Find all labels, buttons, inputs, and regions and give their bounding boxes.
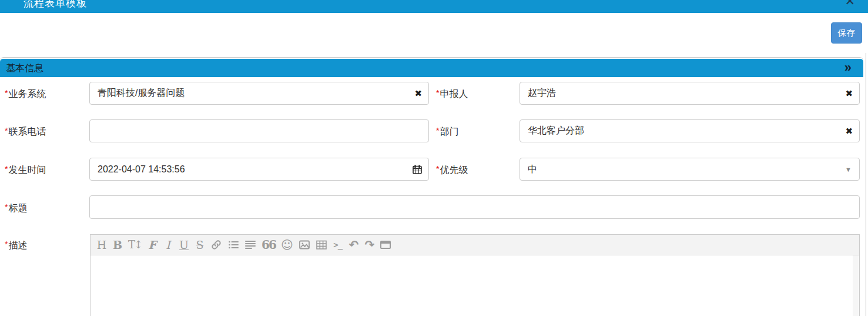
occur-time-input[interactable] <box>90 158 428 180</box>
clear-icon[interactable]: ✖ <box>845 126 853 137</box>
heading-icon[interactable]: H <box>96 237 107 253</box>
process-form-dialog: 流程表单模板 ✕ 保存 基本信息 » *业务系统 ✖ *申报人 ✖ *联系电话 … <box>0 0 868 316</box>
contact-phone-field <box>89 119 429 142</box>
image-icon[interactable] <box>299 237 310 253</box>
required-mark: * <box>436 126 439 135</box>
required-mark: * <box>5 240 8 249</box>
reporter-label: *申报人 <box>436 82 468 105</box>
redo-icon[interactable]: ↷ <box>364 237 375 253</box>
font-family-icon[interactable]: F <box>147 237 157 253</box>
clear-icon[interactable]: ✖ <box>845 88 853 99</box>
department-input[interactable] <box>520 120 859 142</box>
description-label: *描述 <box>5 234 27 255</box>
department-label: *部门 <box>436 119 458 143</box>
required-mark: * <box>436 164 439 174</box>
editor-scrollbar[interactable] <box>853 255 859 316</box>
chevron-down-icon: ▼ <box>845 166 852 173</box>
emoji-icon[interactable]: ☺ <box>281 237 293 253</box>
description-textarea[interactable] <box>91 255 859 316</box>
collapse-icon[interactable]: » <box>844 59 852 76</box>
right-edge-divider <box>866 53 866 316</box>
required-mark: * <box>5 164 8 174</box>
contact-phone-input[interactable] <box>90 120 428 142</box>
dialog-titlebar: 流程表单模板 ✕ <box>0 0 868 13</box>
undo-icon[interactable]: ↶ <box>348 237 359 253</box>
reporter-field: ✖ <box>520 82 860 105</box>
strikethrough-icon[interactable]: S <box>195 237 205 253</box>
required-mark: * <box>5 126 8 135</box>
fullscreen-icon[interactable] <box>380 241 391 249</box>
italic-icon[interactable]: I <box>163 237 173 253</box>
section-title: 基本信息 <box>6 59 43 77</box>
bold-icon[interactable]: B <box>112 237 123 253</box>
business-system-label: *业务系统 <box>5 82 46 105</box>
clear-icon[interactable]: ✖ <box>414 88 422 99</box>
priority-select[interactable]: 中 ▼ <box>520 158 860 181</box>
align-icon[interactable] <box>244 237 256 253</box>
priority-value: 中 <box>528 158 537 180</box>
business-system-field: ✖ <box>89 82 429 105</box>
font-size-icon[interactable]: T↕ <box>128 237 142 253</box>
editor-toolbar: H B T↕ F I U S <box>91 235 859 255</box>
unordered-list-icon[interactable] <box>227 237 239 253</box>
contact-phone-label: *联系电话 <box>5 119 46 143</box>
title-field <box>89 195 860 219</box>
occur-time-field <box>89 158 429 181</box>
calendar-icon[interactable] <box>411 164 423 175</box>
occur-time-label: *发生时间 <box>5 158 46 181</box>
dialog-title: 流程表单模板 <box>24 0 87 10</box>
required-mark: * <box>5 88 8 98</box>
section-header: 基本信息 » <box>0 59 863 77</box>
title-label: *标题 <box>5 195 27 220</box>
link-icon[interactable] <box>210 237 222 253</box>
description-editor: H B T↕ F I U S <box>90 234 860 316</box>
reporter-input[interactable] <box>520 82 859 104</box>
quote-icon[interactable]: 66 <box>262 237 276 253</box>
code-icon[interactable]: >_ <box>333 237 343 253</box>
required-mark: * <box>5 202 8 212</box>
business-system-input[interactable] <box>90 82 428 104</box>
required-mark: * <box>436 88 439 98</box>
close-icon[interactable]: ✕ <box>844 0 855 8</box>
underline-icon[interactable]: U <box>179 237 189 253</box>
title-input[interactable] <box>90 196 859 218</box>
action-bar: 保存 <box>0 13 868 57</box>
priority-label: *优先级 <box>436 158 468 181</box>
table-icon[interactable] <box>316 237 327 253</box>
department-field: ✖ <box>520 119 860 142</box>
save-button[interactable]: 保存 <box>831 22 862 44</box>
